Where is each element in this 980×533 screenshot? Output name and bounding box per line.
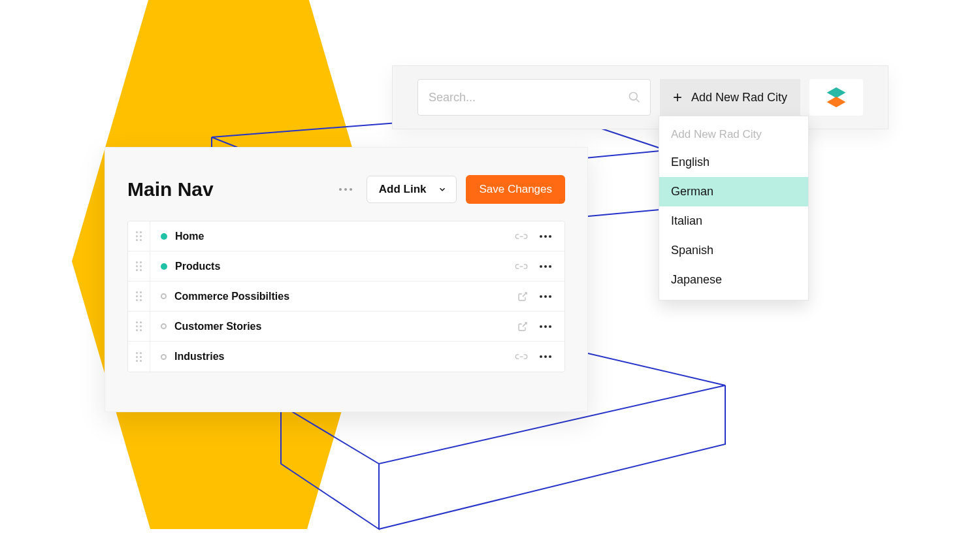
dropdown-item[interactable]: English <box>659 148 808 177</box>
dropdown-item[interactable]: Japanese <box>659 265 808 295</box>
chevron-down-icon <box>438 185 447 194</box>
row-more-button[interactable] <box>537 353 554 361</box>
panel-title: Main Nav <box>127 178 335 201</box>
nav-item-label: Commerce Possibilties <box>174 291 517 302</box>
save-button[interactable]: Save Changes <box>466 175 565 204</box>
status-dot-icon <box>161 323 167 329</box>
nav-row[interactable]: Home <box>128 221 564 251</box>
add-new-label: Add New Rad City <box>691 91 787 105</box>
svg-point-3 <box>629 93 637 101</box>
nav-row[interactable]: Customer Stories <box>128 312 564 342</box>
add-link-button[interactable]: Add Link <box>367 176 457 203</box>
nav-row[interactable]: Products <box>128 251 564 282</box>
external-link-icon[interactable] <box>517 291 528 302</box>
panel-more-button[interactable] <box>335 184 356 195</box>
nav-row[interactable]: Industries <box>128 342 564 372</box>
search-icon <box>628 91 641 104</box>
drag-handle-icon[interactable] <box>128 282 150 311</box>
dropdown-item[interactable]: German <box>659 177 808 206</box>
search-input[interactable] <box>429 91 628 105</box>
row-more-button[interactable] <box>537 293 554 300</box>
status-dot-icon <box>161 233 167 240</box>
add-new-button[interactable]: + Add New Rad City Add New Rad City Engl… <box>660 79 800 116</box>
drag-handle-icon[interactable] <box>128 312 150 341</box>
nav-list: HomeProductsCommerce PossibiltiesCustome… <box>127 221 565 372</box>
nav-item-label: Products <box>175 261 515 272</box>
nav-item-label: Industries <box>174 351 515 363</box>
dropdown-item[interactable]: Spanish <box>659 236 808 265</box>
add-link-label: Add Link <box>379 183 427 196</box>
plus-icon: + <box>673 89 682 105</box>
add-new-dropdown: Add New Rad City EnglishGermanItalianSpa… <box>659 116 809 300</box>
search-box[interactable] <box>417 79 651 116</box>
row-more-button[interactable] <box>537 233 554 240</box>
link-icon[interactable] <box>515 231 528 242</box>
link-icon[interactable] <box>515 261 528 272</box>
status-dot-icon <box>161 263 167 270</box>
nav-row[interactable]: Commerce Possibilties <box>128 282 564 312</box>
row-more-button[interactable] <box>537 323 554 331</box>
status-dot-icon <box>161 293 167 299</box>
link-icon[interactable] <box>515 351 528 362</box>
status-dot-icon <box>161 354 167 360</box>
svg-marker-6 <box>827 97 846 107</box>
search-panel: + Add New Rad City Add New Rad City Engl… <box>392 65 889 129</box>
svg-marker-5 <box>827 88 846 98</box>
nav-item-label: Customer Stories <box>174 321 517 332</box>
nav-item-label: Home <box>175 231 515 242</box>
dropdown-title: Add New Rad City <box>659 123 808 148</box>
svg-line-4 <box>636 99 640 103</box>
drag-handle-icon[interactable] <box>128 342 150 372</box>
drag-handle-icon[interactable] <box>128 251 150 281</box>
main-nav-panel: Main Nav Add Link Save Changes HomeProdu… <box>105 147 588 412</box>
brand-logo <box>809 79 863 116</box>
dropdown-item[interactable]: Italian <box>659 206 808 236</box>
drag-handle-icon[interactable] <box>128 221 150 251</box>
row-more-button[interactable] <box>537 263 554 270</box>
external-link-icon[interactable] <box>517 321 528 332</box>
